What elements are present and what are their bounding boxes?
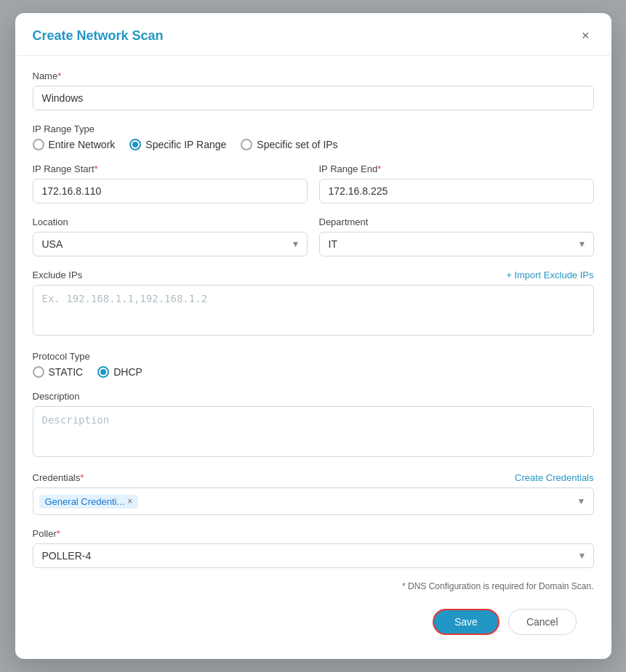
location-group: Location USA UK India Germany ▼ xyxy=(33,216,308,256)
department-label: Department xyxy=(319,216,594,227)
radio-entire-network[interactable] xyxy=(33,139,44,150)
department-select-wrapper: IT HR Finance Operations ▼ xyxy=(319,232,594,256)
ip-range-start-group: IP Range Start* xyxy=(33,163,308,203)
radio-option-static[interactable]: STATIC xyxy=(33,366,84,378)
radio-dhcp-label: DHCP xyxy=(113,366,143,378)
create-network-scan-modal: Create Network Scan × Name* IP Range Typ… xyxy=(15,13,611,659)
exclude-ips-label: Exclude IPs xyxy=(33,270,83,280)
radio-static-label: STATIC xyxy=(49,366,84,378)
department-col: Department IT HR Finance Operations ▼ xyxy=(319,216,594,270)
description-textarea[interactable] xyxy=(33,406,594,457)
radio-option-specific-set[interactable]: Specific set of IPs xyxy=(241,139,337,150)
poller-group: Poller* POLLER-4 POLLER-1 POLLER-2 POLLE… xyxy=(33,528,594,568)
location-col: Location USA UK India Germany ▼ xyxy=(33,216,308,270)
exclude-ips-textarea[interactable] xyxy=(33,285,594,336)
ip-range-row: IP Range Start* IP Range End* xyxy=(33,163,594,216)
credentials-multiselect[interactable]: General Credenti... × ▼ xyxy=(33,487,594,515)
location-label: Location xyxy=(33,216,308,227)
modal-header: Create Network Scan × xyxy=(15,13,611,56)
ip-range-end-label: IP Range End* xyxy=(319,163,594,174)
exclude-ips-header: Exclude IPs + Import Exclude IPs xyxy=(33,270,594,280)
ip-range-type-label: IP Range Type xyxy=(33,124,594,134)
radio-option-entire-network[interactable]: Entire Network xyxy=(33,139,116,150)
ip-range-start-input[interactable] xyxy=(33,179,308,203)
poller-select[interactable]: POLLER-4 POLLER-1 POLLER-2 POLLER-3 xyxy=(33,543,594,568)
name-required-star: * xyxy=(57,70,61,81)
ip-range-end-col: IP Range End* xyxy=(319,163,594,216)
credentials-label: Credentials* xyxy=(33,472,84,483)
description-group: Description xyxy=(33,391,594,459)
name-input[interactable] xyxy=(33,86,594,110)
description-label: Description xyxy=(33,391,594,402)
save-button[interactable]: Save xyxy=(433,609,499,635)
ip-range-end-input[interactable] xyxy=(319,179,594,203)
close-button[interactable]: × xyxy=(577,28,594,44)
poller-label: Poller* xyxy=(33,528,594,539)
ip-end-required: * xyxy=(377,163,381,174)
radio-specific-set[interactable] xyxy=(241,139,252,150)
ip-range-start-label: IP Range Start* xyxy=(33,163,308,174)
location-select[interactable]: USA UK India Germany xyxy=(33,232,308,256)
credentials-required: * xyxy=(80,472,84,483)
poller-select-wrapper: POLLER-4 POLLER-1 POLLER-2 POLLER-3 ▼ xyxy=(33,543,594,568)
ip-range-end-group: IP Range End* xyxy=(319,163,594,203)
radio-specific-ip-range[interactable] xyxy=(129,139,141,150)
radio-option-dhcp[interactable]: DHCP xyxy=(97,366,143,378)
cancel-button[interactable]: Cancel xyxy=(508,609,577,635)
radio-entire-network-label: Entire Network xyxy=(49,139,116,150)
protocol-radio-group: STATIC DHCP xyxy=(33,366,594,378)
modal-title: Create Network Scan xyxy=(33,28,164,44)
credentials-dropdown-arrow: ▼ xyxy=(577,496,586,506)
ip-range-start-col: IP Range Start* xyxy=(33,163,308,216)
modal-body: Name* IP Range Type Entire Network Speci… xyxy=(15,56,611,659)
department-select[interactable]: IT HR Finance Operations xyxy=(319,232,594,256)
credential-tag-remove[interactable]: × xyxy=(127,496,132,506)
location-department-row: Location USA UK India Germany ▼ xyxy=(33,216,594,270)
protocol-type-label: Protocol Type xyxy=(33,351,594,362)
radio-specific-ip-range-label: Specific IP Range xyxy=(145,139,226,150)
credentials-group: Credentials* Create Credentials General … xyxy=(33,472,594,515)
ip-range-type-radio-group: Entire Network Specific IP Range Specifi… xyxy=(33,139,594,150)
location-select-wrapper: USA UK India Germany ▼ xyxy=(33,232,308,256)
credentials-header: Credentials* Create Credentials xyxy=(33,472,594,483)
radio-dhcp[interactable] xyxy=(97,366,109,378)
radio-static[interactable] xyxy=(33,366,44,378)
credential-tag: General Credenti... × xyxy=(39,495,139,509)
protocol-type-group: Protocol Type STATIC DHCP xyxy=(33,351,594,378)
import-exclude-ips-link[interactable]: + Import Exclude IPs xyxy=(506,270,593,280)
radio-option-specific-ip-range[interactable]: Specific IP Range xyxy=(129,139,226,150)
dns-note: * DNS Configuration is required for Doma… xyxy=(33,581,594,591)
radio-specific-set-label: Specific set of IPs xyxy=(257,139,337,150)
exclude-ips-group: Exclude IPs + Import Exclude IPs xyxy=(33,270,594,338)
ip-start-required: * xyxy=(95,163,98,174)
department-group: Department IT HR Finance Operations ▼ xyxy=(319,216,594,256)
name-label: Name* xyxy=(33,70,594,81)
create-credentials-link[interactable]: Create Credentials xyxy=(515,472,593,483)
poller-required: * xyxy=(57,528,60,539)
modal-footer: Save Cancel xyxy=(33,600,594,649)
ip-range-type-group: IP Range Type Entire Network Specific IP… xyxy=(33,124,594,150)
name-field-group: Name* xyxy=(33,70,594,110)
modal-overlay: Create Network Scan × Name* IP Range Typ… xyxy=(0,0,626,672)
